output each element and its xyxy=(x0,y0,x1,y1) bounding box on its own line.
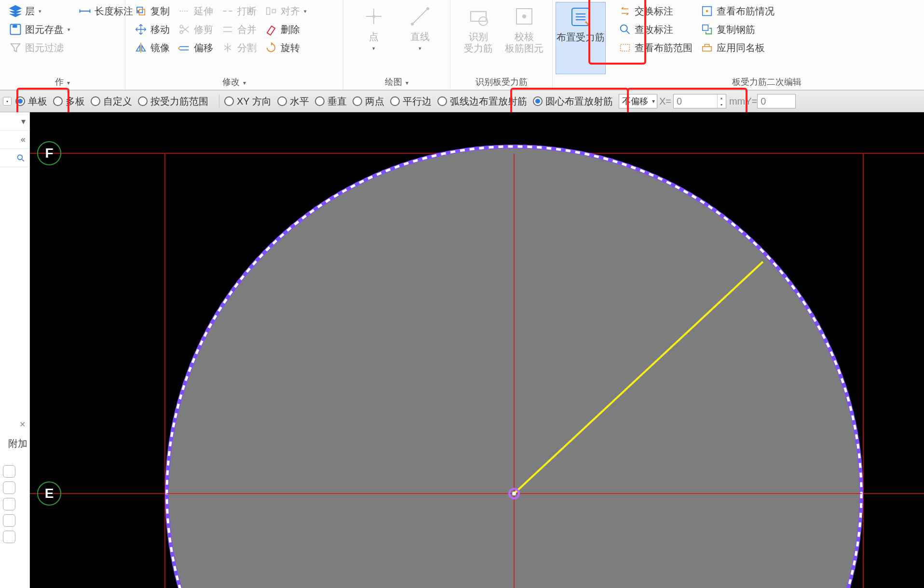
y-input[interactable]: 0 xyxy=(757,94,796,108)
svg-rect-20 xyxy=(703,25,708,31)
radio-by-bar-range[interactable]: 按受力筋范围 xyxy=(138,95,208,108)
copy-rebar-button[interactable]: 复制钢筋 xyxy=(696,20,778,39)
scissors-icon xyxy=(177,23,191,36)
left-dropdown[interactable]: ▾ xyxy=(0,112,29,131)
svg-point-4 xyxy=(180,31,183,34)
move-button[interactable]: 移动 xyxy=(130,20,174,39)
apply-same-button[interactable]: 应用同名板 xyxy=(696,39,778,57)
offset-dropdown[interactable]: 不偏移 xyxy=(619,94,657,108)
elem-filter-button[interactable]: 图元过滤 xyxy=(5,39,74,57)
radio-single-board[interactable]: 单板 xyxy=(15,95,47,108)
point-button[interactable]: 点▾ xyxy=(351,2,397,65)
swap-dim-button[interactable]: 交换标注 xyxy=(614,2,696,20)
search-icon[interactable] xyxy=(0,149,29,167)
svg-rect-11 xyxy=(471,12,486,21)
mirror-button[interactable]: 镜像 xyxy=(130,39,174,57)
close-icon[interactable]: ✕ xyxy=(17,419,27,429)
break-icon xyxy=(221,4,234,18)
group-label-draw: 绘图 ▾ xyxy=(343,76,450,88)
separator xyxy=(219,94,219,108)
left-panel: ▾ « ✕ 附加 xyxy=(0,112,30,588)
chevron-down-icon: ▾ xyxy=(68,27,70,33)
group-label-identify: 识别板受力筋 xyxy=(450,76,552,88)
fujia-label: 附加 xyxy=(0,437,29,450)
x-input[interactable]: 0▴▾ xyxy=(673,94,726,108)
identify-bar-button[interactable]: 识别 受力筋 xyxy=(455,2,502,65)
extend-button[interactable]: 延伸 xyxy=(174,2,217,20)
layer-icon xyxy=(9,4,22,18)
ribbon-group-identify: 识别 受力筋 校核 板筋图元 识别板受力筋 xyxy=(450,0,553,90)
view-layout-button[interactable]: 查看布筋情况 xyxy=(696,2,778,20)
group-label-ops: 作 ▾ xyxy=(0,76,125,88)
radio-center-radial[interactable]: 圆心布置放射筋 xyxy=(533,95,613,108)
svg-text:F: F xyxy=(45,146,53,160)
rotate-button[interactable]: 旋转 xyxy=(260,39,311,57)
point-icon xyxy=(362,5,385,28)
radio-xy[interactable]: XY 方向 xyxy=(224,95,272,108)
swap-icon xyxy=(618,4,632,18)
identify-icon xyxy=(467,5,490,28)
y-label: mmY= xyxy=(729,96,757,107)
options-menu-button[interactable]: • xyxy=(3,97,12,106)
floppy-icon xyxy=(9,23,22,36)
view-layout-icon xyxy=(700,4,714,18)
svg-rect-6 xyxy=(267,8,270,14)
mirror-icon xyxy=(134,41,148,54)
svg-point-8 xyxy=(372,15,375,18)
eraser-icon xyxy=(264,23,278,36)
merge-icon xyxy=(221,23,234,36)
radio-custom[interactable]: 自定义 xyxy=(91,95,132,108)
radio-parallel-edge[interactable]: 平行边 xyxy=(390,95,432,108)
merge-button[interactable]: 合并 xyxy=(217,20,260,39)
edit-dim-button[interactable]: 查改标注 xyxy=(614,20,696,39)
apply-icon xyxy=(700,41,714,54)
checkbox[interactable] xyxy=(3,531,15,543)
line-icon xyxy=(408,5,432,28)
trim-button[interactable]: 修剪 xyxy=(174,20,217,39)
svg-text:E: E xyxy=(45,486,54,501)
layer-button[interactable]: 层▾ xyxy=(5,2,74,20)
ribbon-group-draw: 点▾ 直线▾ 绘图 ▾ xyxy=(343,0,450,90)
svg-point-5 xyxy=(180,25,183,28)
layout-bar-button[interactable]: 布置受力筋 xyxy=(556,2,606,74)
svg-rect-3 xyxy=(139,10,145,15)
svg-point-10 xyxy=(426,7,429,10)
check-bar-elem-button[interactable]: 校核 板筋图元 xyxy=(502,2,548,65)
split-button[interactable]: 分割 xyxy=(217,39,260,57)
group-label-secondary: 板受力筋二次编辑 xyxy=(610,76,924,88)
svg-point-22 xyxy=(17,155,22,160)
filter-icon xyxy=(9,41,22,54)
rotate-icon xyxy=(264,41,278,54)
options-bar: • 单板 多板 自定义 按受力筋范围 XY 方向 水平 垂直 两点 平行边 弧线… xyxy=(0,90,924,112)
align-button[interactable]: 对齐▾ xyxy=(260,2,311,20)
radio-multi-board[interactable]: 多板 xyxy=(53,95,85,108)
svg-point-14 xyxy=(522,14,526,18)
drawing-canvas[interactable]: F E xyxy=(30,112,924,588)
left-chevrons[interactable]: « xyxy=(0,131,29,149)
checkbox[interactable] xyxy=(3,514,15,527)
svg-point-19 xyxy=(706,10,708,13)
radio-two-point[interactable]: 两点 xyxy=(353,95,384,108)
break-button[interactable]: 打断 xyxy=(217,2,260,20)
copy-icon xyxy=(134,4,148,18)
elem-save-button[interactable]: 图元存盘▾ xyxy=(5,20,74,39)
svg-rect-7 xyxy=(272,10,275,13)
svg-rect-1 xyxy=(13,25,17,28)
chevron-down-icon: ▾ xyxy=(39,8,41,14)
delete-button[interactable]: 删除 xyxy=(260,20,311,39)
radio-vertical[interactable]: 垂直 xyxy=(315,95,347,108)
svg-rect-21 xyxy=(703,47,712,51)
checkbox[interactable] xyxy=(3,498,15,510)
ribbon-group-layer: 层▾ 图元存盘▾ 图元过滤 长度标注▾ xyxy=(0,0,125,90)
checkbox[interactable] xyxy=(3,481,15,494)
line-button[interactable]: 直线▾ xyxy=(397,2,443,65)
checkbox[interactable] xyxy=(3,465,15,478)
svg-rect-17 xyxy=(621,44,630,51)
layout-bar-icon xyxy=(569,5,592,28)
x-label: X= xyxy=(659,96,671,107)
radio-horizontal[interactable]: 水平 xyxy=(277,95,309,108)
view-range-button[interactable]: 查看布筋范围 xyxy=(614,39,696,57)
offset-button[interactable]: 偏移 xyxy=(174,39,217,57)
copy-button[interactable]: 复制 xyxy=(130,2,174,20)
radio-arc-edge-radial[interactable]: 弧线边布置放射筋 xyxy=(437,95,527,108)
